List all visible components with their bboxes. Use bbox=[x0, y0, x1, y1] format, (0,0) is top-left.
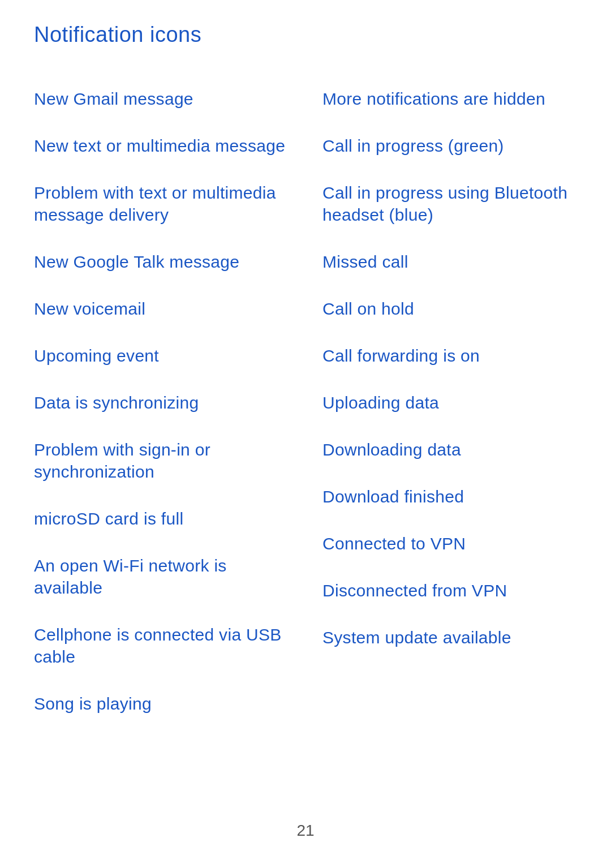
notification-item-problem-text: Problem with text or multimedia message … bbox=[34, 169, 289, 238]
notification-item-system-update: System update available bbox=[322, 614, 577, 661]
notification-item-connected-vpn: Connected to VPN bbox=[322, 520, 577, 567]
page-title: Notification icons bbox=[34, 23, 577, 47]
right-column: More notifications are hiddenCall in pro… bbox=[322, 75, 577, 727]
notification-item-new-gmail: New Gmail message bbox=[34, 75, 289, 122]
content-grid: New Gmail messageNew text or multimedia … bbox=[34, 75, 577, 727]
left-column: New Gmail messageNew text or multimedia … bbox=[34, 75, 289, 727]
notification-item-data-sync: Data is synchronizing bbox=[34, 379, 289, 426]
notification-item-microsd-full: microSD card is full bbox=[34, 495, 289, 542]
notification-item-call-forwarding: Call forwarding is on bbox=[322, 332, 577, 379]
notification-item-call-on-hold: Call on hold bbox=[322, 285, 577, 332]
page-container: Notification icons New Gmail messageNew … bbox=[0, 0, 611, 772]
notification-item-disconnected-vpn: Disconnected from VPN bbox=[322, 567, 577, 614]
notification-item-download-finished: Download finished bbox=[322, 473, 577, 520]
notification-item-upcoming-event: Upcoming event bbox=[34, 332, 289, 379]
notification-item-missed-call: Missed call bbox=[322, 238, 577, 285]
notification-item-problem-signin: Problem with sign-in or synchronization bbox=[34, 426, 289, 495]
notification-item-more-notifications: More notifications are hidden bbox=[322, 75, 577, 122]
notification-item-usb-connected: Cellphone is connected via USB cable bbox=[34, 611, 289, 680]
notification-item-downloading-data: Downloading data bbox=[322, 426, 577, 473]
notification-item-uploading-data: Uploading data bbox=[322, 379, 577, 426]
notification-item-call-progress-green: Call in progress (green) bbox=[322, 122, 577, 169]
notification-item-call-progress-bluetooth: Call in progress using Bluetooth headset… bbox=[322, 169, 577, 238]
notification-item-open-wifi: An open Wi-Fi network is available bbox=[34, 542, 289, 611]
notification-item-new-voicemail: New voicemail bbox=[34, 285, 289, 332]
notification-item-new-text: New text or multimedia message bbox=[34, 122, 289, 169]
notification-item-new-google-talk: New Google Talk message bbox=[34, 238, 289, 285]
page-number: 21 bbox=[296, 822, 314, 840]
notification-item-song-playing: Song is playing bbox=[34, 680, 289, 727]
